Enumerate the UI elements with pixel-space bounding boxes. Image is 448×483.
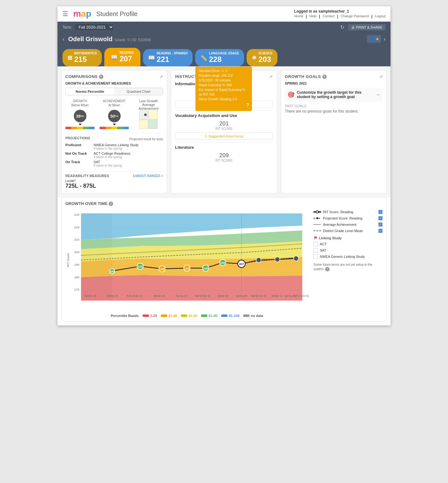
legend-district-label: District Grade Level Mean [323,229,363,233]
achievement-label: ACHIEVEMENT At Mean [100,99,129,107]
svg-text:Winter 20: Winter 20 [217,294,228,297]
band-41-60: 41-60 [181,314,197,318]
nav-help[interactable]: Help [309,14,317,19]
nav-change-password[interactable]: Change Password [341,14,369,19]
tab-language-usage[interactable]: ✏️ LANGUAGE USAGE 228 [195,49,244,66]
comparisons-expand-icon[interactable]: ⤢ [160,75,163,79]
svg-text:Fall 19 (Gr 4): Fall 19 (Gr 4) [195,294,210,297]
proj-key-1: Not On Track [65,152,94,155]
nav-logout[interactable]: Logout [375,14,385,19]
past-goals-title: Past Goals [285,104,383,108]
proj-row-proficient: Proficient NWEA Generic Linking Study If… [65,143,163,150]
student-info: Odell Griswold Grade: 5 | ID: 510566 [68,36,151,43]
goals-expand-icon[interactable]: ⤢ [380,75,383,79]
legend-rit-icon [314,210,321,214]
rit-number-1: 201 [175,120,273,127]
band-range-81-100: 81-100 [229,314,239,318]
growth-label: GROWTH Below Mean [65,99,95,107]
student-nav: ‹ Odell Griswold Grade: 5 | ID: 510566 [63,36,151,43]
bar-green-1 [83,127,89,129]
growth-section: GROWTH OVER TIME ? 230 220 210 2 [61,197,387,322]
inst-expand-icon[interactable]: ⤢ [270,75,273,79]
inst-subject-1: Vocabulary Acquisition and Use 201 RIT S… [175,113,273,140]
legend-act: ACT [314,242,383,246]
about-ranges-link[interactable]: ℹ About ranges + [133,174,163,178]
legend-rit-check[interactable]: ✓ [378,210,383,214]
svg-rect-1 [149,110,157,119]
band-21-40: 21-40 [161,314,177,318]
growth-help-icon[interactable]: ? [109,202,113,206]
comparisons-help-icon[interactable]: ? [99,75,103,79]
tooltip-close-icon[interactable]: ? [246,102,249,109]
legend-nwea-check[interactable] [314,254,318,259]
legend-sat-check[interactable] [314,248,318,253]
proj-sub-2: If taken in the spring [94,164,122,167]
focus-diamond-1: ◇ [205,134,207,138]
rit-label-2: RIT SCORE [175,159,273,162]
next-student-button[interactable]: › [384,36,385,42]
legend-projected-check[interactable]: ✓ [378,216,383,220]
spring-label: SPRING 2021 [285,81,383,85]
svg-text:205: 205 [138,265,143,268]
svg-text:Spring 20: Spring 20 [236,294,247,297]
language-label: LANGUAGE USAGE [209,52,239,55]
growth-goals-panel: GROWTH GOALS ? ⤢ SPRING 2021 🎯 Customize… [281,70,387,193]
projections-section: PROJECTIONS Projected result for tests P… [65,136,163,167]
tab-reading-spanish[interactable]: 📖 READING - SPANISH 221 [143,49,193,66]
student-header: ‹ Odell Griswold Grade: 5 | ID: 510566 👤… [57,33,391,45]
tab-science[interactable]: ⚛ SCIENCE 203 [247,49,277,66]
legend-district-icon [314,229,321,233]
note-help-icon[interactable]: ? [325,267,330,271]
reading-sp-score: 221 [157,55,188,64]
refresh-icon[interactable]: ↻ [340,24,344,30]
quadrant-chart-tab[interactable]: Quadrant Chart [114,88,163,95]
bands-label: Percentile Bands [111,314,139,318]
lexile-label: Lexile* [65,179,163,183]
top-nav: ☰ map Student Profile Logged in as sampl… [57,6,391,22]
band-color-21-40 [161,314,167,317]
svg-text:199: 199 [185,267,189,270]
prev-student-button[interactable]: ‹ [63,36,64,42]
svg-text:198: 198 [110,270,114,273]
legend-projected-label: Projected Score: Reading [323,216,362,220]
hamburger-icon[interactable]: ☰ [63,10,68,18]
profile-icon-button[interactable]: 👤 ≡ [367,35,381,43]
print-share-button[interactable]: 🖨 PRINT & SHARE [348,24,385,31]
proj-header: PROJECTIONS Projected result for tests [65,136,163,142]
term-bar: Term: Fall 2020-2021 ↻ 🖨 PRINT & SHARE [57,22,391,33]
chart-legend: RIT Score: Reading ✓ Projected Score: Re… [314,210,383,318]
nav-contact[interactable]: Contact [323,14,335,19]
term-dropdown[interactable]: Fall 2020-2021 [74,24,114,31]
tab-mathematics[interactable]: ⊞ MATHEMATICS 215 [63,49,102,66]
legend-district-check[interactable]: ✓ [378,229,383,233]
growth-content: 230 220 210 200 190 180 170 RIT Score [65,210,383,318]
bar-orange-2 [106,127,112,129]
legend-rit-label: RIT Score: Reading [323,210,353,214]
growth-bar-marker [79,124,82,125]
rit-score-box-1: 201 RIT SCORE [175,120,273,130]
customize-arrow[interactable]: → [376,92,380,97]
nav-home[interactable]: Home [294,14,303,19]
svg-point-56 [316,217,318,219]
proj-row-on-track: On Track SAT If taken in the spring [65,160,163,167]
svg-text:230: 230 [74,213,79,216]
bar-orange-1 [71,127,77,129]
svg-text:198: 198 [160,268,164,271]
app-title: Student Profile [96,10,138,18]
quadrant-chart-icon [139,110,158,129]
legend-act-check[interactable] [314,242,318,246]
legend-nwea: NWEA Generic Linking Study [314,254,383,259]
logged-in-label: Logged in as sampleteacher_1 [294,9,385,14]
readability-title: READABILITY MEASURES ℹ About ranges + [65,174,163,178]
band-no-data: no data [243,314,263,318]
svg-text:190: 190 [74,263,79,266]
goals-help-icon[interactable]: ? [322,75,327,79]
logo: map [73,9,91,19]
proj-desc: Projected result for tests [129,137,163,141]
inst-divider-1 [175,142,273,142]
legend-avg-icon [314,223,321,226]
tab-reading[interactable]: 📖 READING 207 [104,48,140,66]
proj-sub-1: If taken in the spring [94,155,130,159]
legend-avg-check[interactable]: ✓ [378,222,383,227]
norms-percentile-tab[interactable]: Norms Percentile [66,88,114,95]
